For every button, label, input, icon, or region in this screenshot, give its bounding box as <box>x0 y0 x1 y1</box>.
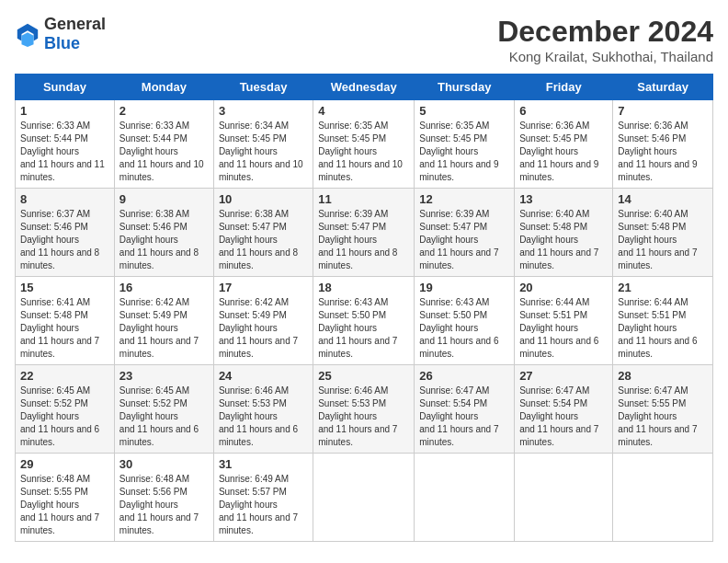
day-info: Sunrise: 6:45 AMSunset: 5:52 PMDaylight … <box>20 385 109 449</box>
table-row: 22 Sunrise: 6:45 AMSunset: 5:52 PMDaylig… <box>16 365 115 454</box>
day-number: 15 <box>20 281 109 294</box>
day-number: 16 <box>119 281 209 294</box>
table-row: 21 Sunrise: 6:44 AMSunset: 5:51 PMDaylig… <box>613 277 713 365</box>
day-number: 1 <box>20 104 109 118</box>
day-number: 4 <box>318 104 409 118</box>
month-title: December 2024 <box>497 15 713 49</box>
day-number: 17 <box>219 281 308 294</box>
day-info: Sunrise: 6:37 AMSunset: 5:46 PMDaylight … <box>20 208 109 272</box>
table-row: 13 Sunrise: 6:40 AMSunset: 5:48 PMDaylig… <box>515 189 613 277</box>
day-info: Sunrise: 6:43 AMSunset: 5:50 PMDaylight … <box>318 296 409 361</box>
header-thursday: Thursday <box>415 75 515 100</box>
table-row: 4 Sunrise: 6:35 AMSunset: 5:45 PMDayligh… <box>313 100 415 189</box>
day-number: 10 <box>219 192 308 206</box>
day-info: Sunrise: 6:39 AMSunset: 5:47 PMDaylight … <box>318 208 409 272</box>
table-row: 3 Sunrise: 6:34 AMSunset: 5:45 PMDayligh… <box>213 100 313 189</box>
day-info: Sunrise: 6:36 AMSunset: 5:46 PMDaylight … <box>618 120 708 184</box>
table-row: 24 Sunrise: 6:46 AMSunset: 5:53 PMDaylig… <box>213 365 313 454</box>
table-row: 28 Sunrise: 6:47 AMSunset: 5:55 PMDaylig… <box>613 365 713 454</box>
day-info: Sunrise: 6:39 AMSunset: 5:47 PMDaylight … <box>419 208 509 272</box>
day-number: 21 <box>618 281 708 294</box>
page-header: General Blue December 2024 Kong Krailat,… <box>15 15 713 64</box>
logo-text: General Blue <box>44 15 106 53</box>
table-row: 10 Sunrise: 6:38 AMSunset: 5:47 PMDaylig… <box>213 189 313 277</box>
day-number: 14 <box>618 192 708 206</box>
title-block: December 2024 Kong Krailat, Sukhothai, T… <box>497 15 713 64</box>
day-number: 28 <box>618 369 708 383</box>
table-row: 16 Sunrise: 6:42 AMSunset: 5:49 PMDaylig… <box>114 277 213 365</box>
header-wednesday: Wednesday <box>313 75 415 100</box>
day-number: 12 <box>419 192 509 206</box>
day-info: Sunrise: 6:46 AMSunset: 5:53 PMDaylight … <box>318 385 409 449</box>
day-number: 3 <box>219 104 308 118</box>
table-row: 5 Sunrise: 6:35 AMSunset: 5:45 PMDayligh… <box>415 100 515 189</box>
empty-cell <box>415 454 515 542</box>
table-row: 25 Sunrise: 6:46 AMSunset: 5:53 PMDaylig… <box>313 365 415 454</box>
day-number: 13 <box>519 192 608 206</box>
day-info: Sunrise: 6:33 AMSunset: 5:44 PMDaylight … <box>20 120 109 184</box>
logo-general: General <box>44 15 106 33</box>
day-number: 18 <box>318 281 409 294</box>
header-friday: Friday <box>515 75 613 100</box>
calendar: Sunday Monday Tuesday Wednesday Thursday… <box>15 74 713 542</box>
day-number: 22 <box>20 369 109 383</box>
day-info: Sunrise: 6:43 AMSunset: 5:50 PMDaylight … <box>419 296 509 361</box>
day-number: 29 <box>20 457 109 471</box>
header-tuesday: Tuesday <box>213 75 313 100</box>
table-row: 27 Sunrise: 6:47 AMSunset: 5:54 PMDaylig… <box>515 365 613 454</box>
day-info: Sunrise: 6:44 AMSunset: 5:51 PMDaylight … <box>519 296 608 361</box>
day-info: Sunrise: 6:48 AMSunset: 5:55 PMDaylight … <box>20 473 109 537</box>
weekday-header-row: Sunday Monday Tuesday Wednesday Thursday… <box>16 75 713 100</box>
table-row: 26 Sunrise: 6:47 AMSunset: 5:54 PMDaylig… <box>415 365 515 454</box>
day-info: Sunrise: 6:36 AMSunset: 5:45 PMDaylight … <box>519 120 608 184</box>
day-number: 5 <box>419 104 509 118</box>
table-row: 6 Sunrise: 6:36 AMSunset: 5:45 PMDayligh… <box>515 100 613 189</box>
day-number: 27 <box>519 369 608 383</box>
table-row: 19 Sunrise: 6:43 AMSunset: 5:50 PMDaylig… <box>415 277 515 365</box>
logo-blue: Blue <box>44 34 80 52</box>
day-info: Sunrise: 6:46 AMSunset: 5:53 PMDaylight … <box>219 385 308 449</box>
table-row: 18 Sunrise: 6:43 AMSunset: 5:50 PMDaylig… <box>313 277 415 365</box>
table-row: 7 Sunrise: 6:36 AMSunset: 5:46 PMDayligh… <box>613 100 713 189</box>
day-info: Sunrise: 6:45 AMSunset: 5:52 PMDaylight … <box>119 385 209 449</box>
day-info: Sunrise: 6:33 AMSunset: 5:44 PMDaylight … <box>119 120 209 184</box>
table-row: 17 Sunrise: 6:42 AMSunset: 5:49 PMDaylig… <box>213 277 313 365</box>
table-row: 12 Sunrise: 6:39 AMSunset: 5:47 PMDaylig… <box>415 189 515 277</box>
table-row: 20 Sunrise: 6:44 AMSunset: 5:51 PMDaylig… <box>515 277 613 365</box>
day-number: 23 <box>119 369 209 383</box>
svg-marker-1 <box>21 32 33 47</box>
day-info: Sunrise: 6:47 AMSunset: 5:54 PMDaylight … <box>419 385 509 449</box>
day-number: 8 <box>20 192 109 206</box>
empty-cell <box>613 454 713 542</box>
table-row: 11 Sunrise: 6:39 AMSunset: 5:47 PMDaylig… <box>313 189 415 277</box>
day-number: 19 <box>419 281 509 294</box>
day-number: 30 <box>119 457 209 471</box>
location-title: Kong Krailat, Sukhothai, Thailand <box>497 49 713 64</box>
day-info: Sunrise: 6:47 AMSunset: 5:54 PMDaylight … <box>519 385 608 449</box>
day-info: Sunrise: 6:49 AMSunset: 5:57 PMDaylight … <box>219 473 308 537</box>
day-info: Sunrise: 6:42 AMSunset: 5:49 PMDaylight … <box>119 296 209 361</box>
table-row: 1 Sunrise: 6:33 AMSunset: 5:44 PMDayligh… <box>16 100 115 189</box>
table-row: 30 Sunrise: 6:48 AMSunset: 5:56 PMDaylig… <box>114 454 213 542</box>
day-info: Sunrise: 6:41 AMSunset: 5:48 PMDaylight … <box>20 296 109 361</box>
table-row: 31 Sunrise: 6:49 AMSunset: 5:57 PMDaylig… <box>213 454 313 542</box>
day-info: Sunrise: 6:40 AMSunset: 5:48 PMDaylight … <box>519 208 608 272</box>
day-number: 11 <box>318 192 409 206</box>
day-number: 6 <box>519 104 608 118</box>
header-sunday: Sunday <box>16 75 115 100</box>
day-info: Sunrise: 6:48 AMSunset: 5:56 PMDaylight … <box>119 473 209 537</box>
empty-cell <box>515 454 613 542</box>
table-row: 15 Sunrise: 6:41 AMSunset: 5:48 PMDaylig… <box>16 277 115 365</box>
table-row: 29 Sunrise: 6:48 AMSunset: 5:55 PMDaylig… <box>16 454 115 542</box>
table-row: 14 Sunrise: 6:40 AMSunset: 5:48 PMDaylig… <box>613 189 713 277</box>
header-saturday: Saturday <box>613 75 713 100</box>
day-info: Sunrise: 6:34 AMSunset: 5:45 PMDaylight … <box>219 120 308 184</box>
table-row: 2 Sunrise: 6:33 AMSunset: 5:44 PMDayligh… <box>114 100 213 189</box>
table-row: 8 Sunrise: 6:37 AMSunset: 5:46 PMDayligh… <box>16 189 115 277</box>
day-info: Sunrise: 6:42 AMSunset: 5:49 PMDaylight … <box>219 296 308 361</box>
day-info: Sunrise: 6:35 AMSunset: 5:45 PMDaylight … <box>419 120 509 184</box>
day-info: Sunrise: 6:38 AMSunset: 5:47 PMDaylight … <box>219 208 308 272</box>
day-number: 24 <box>219 369 308 383</box>
day-number: 9 <box>119 192 209 206</box>
day-info: Sunrise: 6:40 AMSunset: 5:48 PMDaylight … <box>618 208 708 272</box>
